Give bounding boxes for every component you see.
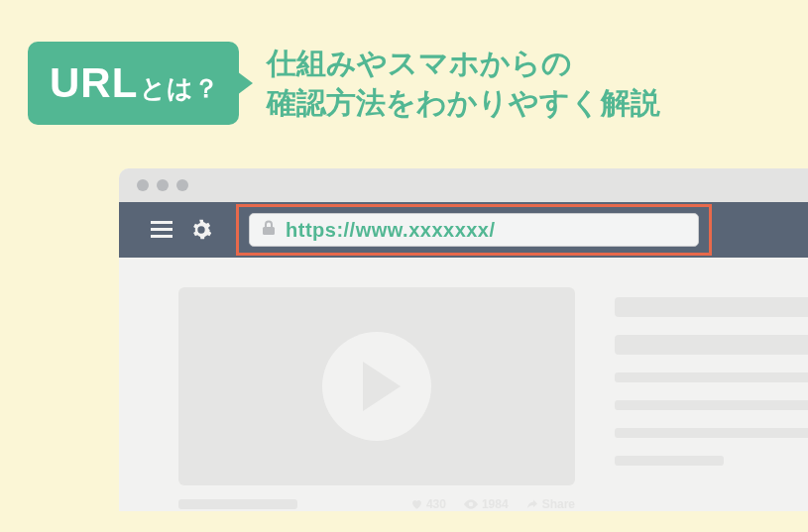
share-label: Share	[542, 497, 575, 511]
svg-rect-1	[151, 228, 173, 231]
badge-suffix: とは？	[140, 71, 219, 106]
window-title-bar	[119, 168, 808, 202]
header: URL とは？ 仕組みやスマホからの 確認方法をわかりやすく解説	[0, 0, 808, 145]
address-bar[interactable]: https://www.xxxxxxx/	[249, 213, 699, 247]
gear-icon[interactable]	[190, 219, 212, 241]
page-content: 430 1984 Share	[119, 258, 808, 511]
video-stats: 430 1984 Share	[410, 497, 575, 511]
svg-rect-0	[151, 221, 173, 224]
views-count: 1984	[482, 497, 509, 511]
badge: URL とは？	[28, 42, 239, 125]
play-icon	[363, 362, 401, 411]
placeholder-bar	[615, 400, 808, 410]
placeholder-bar	[615, 372, 808, 382]
share-stat: Share	[526, 497, 575, 511]
badge-main: URL	[50, 59, 138, 107]
browser-illustration: https://www.xxxxxxx/ 430	[119, 168, 808, 511]
placeholder-bar	[615, 335, 808, 355]
placeholder-bar	[615, 297, 808, 317]
browser-window: https://www.xxxxxxx/ 430	[119, 168, 808, 511]
browser-toolbar: https://www.xxxxxxx/	[119, 202, 808, 258]
placeholder-bar	[178, 499, 297, 509]
url-highlight-box: https://www.xxxxxxx/	[236, 204, 712, 256]
window-dot-icon	[176, 179, 188, 191]
play-button[interactable]	[322, 332, 431, 441]
hamburger-icon[interactable]	[151, 221, 173, 239]
like-stat: 430	[410, 497, 446, 511]
views-stat: 1984	[464, 497, 509, 511]
svg-rect-2	[151, 235, 173, 238]
sidebar-placeholder	[615, 287, 808, 511]
like-count: 430	[426, 497, 446, 511]
placeholder-bar	[615, 456, 724, 466]
video-meta: 430 1984 Share	[178, 497, 575, 511]
window-dot-icon	[137, 179, 149, 191]
title-line-2: 確認方法をわかりやすく解説	[267, 83, 660, 124]
video-card: 430 1984 Share	[178, 287, 575, 511]
page-title: 仕組みやスマホからの 確認方法をわかりやすく解説	[267, 44, 660, 124]
svg-rect-3	[263, 227, 275, 235]
title-line-1: 仕組みやスマホからの	[267, 44, 660, 84]
placeholder-bar	[615, 428, 808, 438]
video-thumbnail[interactable]	[178, 287, 575, 485]
window-dot-icon	[157, 179, 169, 191]
url-text: https://www.xxxxxxx/	[286, 219, 496, 242]
lock-icon	[262, 220, 276, 240]
